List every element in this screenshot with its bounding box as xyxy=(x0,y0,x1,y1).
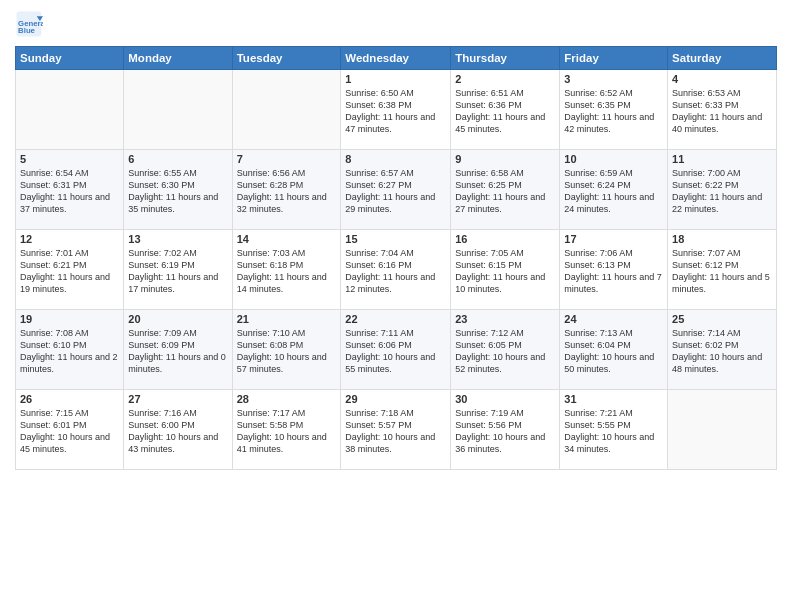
day-info: Sunrise: 7:19 AM Sunset: 5:56 PM Dayligh… xyxy=(455,407,555,456)
day-info: Sunrise: 7:05 AM Sunset: 6:15 PM Dayligh… xyxy=(455,247,555,296)
day-number: 5 xyxy=(20,153,119,165)
weekday-header: Wednesday xyxy=(341,47,451,70)
day-info: Sunrise: 7:10 AM Sunset: 6:08 PM Dayligh… xyxy=(237,327,337,376)
calendar-cell xyxy=(668,390,777,470)
calendar-cell: 13Sunrise: 7:02 AM Sunset: 6:19 PM Dayli… xyxy=(124,230,232,310)
calendar-cell: 10Sunrise: 6:59 AM Sunset: 6:24 PM Dayli… xyxy=(560,150,668,230)
day-number: 23 xyxy=(455,313,555,325)
day-info: Sunrise: 6:54 AM Sunset: 6:31 PM Dayligh… xyxy=(20,167,119,216)
calendar-cell: 12Sunrise: 7:01 AM Sunset: 6:21 PM Dayli… xyxy=(16,230,124,310)
calendar-cell: 21Sunrise: 7:10 AM Sunset: 6:08 PM Dayli… xyxy=(232,310,341,390)
calendar-cell: 22Sunrise: 7:11 AM Sunset: 6:06 PM Dayli… xyxy=(341,310,451,390)
day-info: Sunrise: 7:02 AM Sunset: 6:19 PM Dayligh… xyxy=(128,247,227,296)
day-number: 3 xyxy=(564,73,663,85)
day-info: Sunrise: 7:06 AM Sunset: 6:13 PM Dayligh… xyxy=(564,247,663,296)
day-number: 14 xyxy=(237,233,337,245)
header: General Blue xyxy=(15,10,777,38)
calendar-week-row: 12Sunrise: 7:01 AM Sunset: 6:21 PM Dayli… xyxy=(16,230,777,310)
day-number: 16 xyxy=(455,233,555,245)
day-info: Sunrise: 7:14 AM Sunset: 6:02 PM Dayligh… xyxy=(672,327,772,376)
calendar-cell: 23Sunrise: 7:12 AM Sunset: 6:05 PM Dayli… xyxy=(451,310,560,390)
calendar-week-row: 26Sunrise: 7:15 AM Sunset: 6:01 PM Dayli… xyxy=(16,390,777,470)
calendar-cell: 28Sunrise: 7:17 AM Sunset: 5:58 PM Dayli… xyxy=(232,390,341,470)
calendar-cell: 2Sunrise: 6:51 AM Sunset: 6:36 PM Daylig… xyxy=(451,70,560,150)
weekday-header: Sunday xyxy=(16,47,124,70)
calendar-header-row: SundayMondayTuesdayWednesdayThursdayFrid… xyxy=(16,47,777,70)
calendar-cell: 4Sunrise: 6:53 AM Sunset: 6:33 PM Daylig… xyxy=(668,70,777,150)
day-info: Sunrise: 7:07 AM Sunset: 6:12 PM Dayligh… xyxy=(672,247,772,296)
calendar-cell xyxy=(124,70,232,150)
day-info: Sunrise: 7:18 AM Sunset: 5:57 PM Dayligh… xyxy=(345,407,446,456)
day-number: 26 xyxy=(20,393,119,405)
calendar-cell: 11Sunrise: 7:00 AM Sunset: 6:22 PM Dayli… xyxy=(668,150,777,230)
day-number: 2 xyxy=(455,73,555,85)
calendar-cell: 26Sunrise: 7:15 AM Sunset: 6:01 PM Dayli… xyxy=(16,390,124,470)
calendar-cell: 15Sunrise: 7:04 AM Sunset: 6:16 PM Dayli… xyxy=(341,230,451,310)
calendar-cell: 9Sunrise: 6:58 AM Sunset: 6:25 PM Daylig… xyxy=(451,150,560,230)
day-number: 7 xyxy=(237,153,337,165)
weekday-header: Tuesday xyxy=(232,47,341,70)
day-info: Sunrise: 7:16 AM Sunset: 6:00 PM Dayligh… xyxy=(128,407,227,456)
day-info: Sunrise: 6:51 AM Sunset: 6:36 PM Dayligh… xyxy=(455,87,555,136)
day-number: 27 xyxy=(128,393,227,405)
calendar-cell: 1Sunrise: 6:50 AM Sunset: 6:38 PM Daylig… xyxy=(341,70,451,150)
weekday-header: Friday xyxy=(560,47,668,70)
day-info: Sunrise: 6:56 AM Sunset: 6:28 PM Dayligh… xyxy=(237,167,337,216)
day-number: 6 xyxy=(128,153,227,165)
svg-text:Blue: Blue xyxy=(18,26,36,35)
day-info: Sunrise: 7:21 AM Sunset: 5:55 PM Dayligh… xyxy=(564,407,663,456)
day-number: 15 xyxy=(345,233,446,245)
calendar-cell: 25Sunrise: 7:14 AM Sunset: 6:02 PM Dayli… xyxy=(668,310,777,390)
day-info: Sunrise: 7:03 AM Sunset: 6:18 PM Dayligh… xyxy=(237,247,337,296)
calendar-cell: 24Sunrise: 7:13 AM Sunset: 6:04 PM Dayli… xyxy=(560,310,668,390)
day-info: Sunrise: 6:55 AM Sunset: 6:30 PM Dayligh… xyxy=(128,167,227,216)
day-info: Sunrise: 6:59 AM Sunset: 6:24 PM Dayligh… xyxy=(564,167,663,216)
calendar-cell: 16Sunrise: 7:05 AM Sunset: 6:15 PM Dayli… xyxy=(451,230,560,310)
day-info: Sunrise: 7:13 AM Sunset: 6:04 PM Dayligh… xyxy=(564,327,663,376)
calendar-cell: 5Sunrise: 6:54 AM Sunset: 6:31 PM Daylig… xyxy=(16,150,124,230)
day-number: 17 xyxy=(564,233,663,245)
day-number: 19 xyxy=(20,313,119,325)
day-number: 30 xyxy=(455,393,555,405)
calendar-cell xyxy=(232,70,341,150)
calendar-cell: 19Sunrise: 7:08 AM Sunset: 6:10 PM Dayli… xyxy=(16,310,124,390)
day-number: 4 xyxy=(672,73,772,85)
calendar-cell: 14Sunrise: 7:03 AM Sunset: 6:18 PM Dayli… xyxy=(232,230,341,310)
day-number: 21 xyxy=(237,313,337,325)
calendar-cell: 7Sunrise: 6:56 AM Sunset: 6:28 PM Daylig… xyxy=(232,150,341,230)
calendar-cell: 8Sunrise: 6:57 AM Sunset: 6:27 PM Daylig… xyxy=(341,150,451,230)
day-info: Sunrise: 6:53 AM Sunset: 6:33 PM Dayligh… xyxy=(672,87,772,136)
day-number: 13 xyxy=(128,233,227,245)
calendar-cell: 31Sunrise: 7:21 AM Sunset: 5:55 PM Dayli… xyxy=(560,390,668,470)
day-info: Sunrise: 6:50 AM Sunset: 6:38 PM Dayligh… xyxy=(345,87,446,136)
day-number: 10 xyxy=(564,153,663,165)
calendar-cell: 29Sunrise: 7:18 AM Sunset: 5:57 PM Dayli… xyxy=(341,390,451,470)
day-info: Sunrise: 7:04 AM Sunset: 6:16 PM Dayligh… xyxy=(345,247,446,296)
calendar-week-row: 1Sunrise: 6:50 AM Sunset: 6:38 PM Daylig… xyxy=(16,70,777,150)
day-number: 24 xyxy=(564,313,663,325)
day-info: Sunrise: 7:09 AM Sunset: 6:09 PM Dayligh… xyxy=(128,327,227,376)
day-number: 18 xyxy=(672,233,772,245)
day-info: Sunrise: 6:52 AM Sunset: 6:35 PM Dayligh… xyxy=(564,87,663,136)
day-info: Sunrise: 7:11 AM Sunset: 6:06 PM Dayligh… xyxy=(345,327,446,376)
day-number: 9 xyxy=(455,153,555,165)
day-number: 1 xyxy=(345,73,446,85)
calendar-table: SundayMondayTuesdayWednesdayThursdayFrid… xyxy=(15,46,777,470)
day-number: 29 xyxy=(345,393,446,405)
calendar-cell: 27Sunrise: 7:16 AM Sunset: 6:00 PM Dayli… xyxy=(124,390,232,470)
calendar-cell: 3Sunrise: 6:52 AM Sunset: 6:35 PM Daylig… xyxy=(560,70,668,150)
day-number: 8 xyxy=(345,153,446,165)
calendar-cell xyxy=(16,70,124,150)
calendar-week-row: 5Sunrise: 6:54 AM Sunset: 6:31 PM Daylig… xyxy=(16,150,777,230)
main-container: General Blue SundayMondayTuesdayWednesda… xyxy=(0,0,792,475)
day-info: Sunrise: 7:00 AM Sunset: 6:22 PM Dayligh… xyxy=(672,167,772,216)
day-info: Sunrise: 7:01 AM Sunset: 6:21 PM Dayligh… xyxy=(20,247,119,296)
calendar-cell: 20Sunrise: 7:09 AM Sunset: 6:09 PM Dayli… xyxy=(124,310,232,390)
day-info: Sunrise: 7:17 AM Sunset: 5:58 PM Dayligh… xyxy=(237,407,337,456)
logo-icon: General Blue xyxy=(15,10,43,38)
day-info: Sunrise: 6:57 AM Sunset: 6:27 PM Dayligh… xyxy=(345,167,446,216)
logo: General Blue xyxy=(15,10,47,38)
calendar-cell: 6Sunrise: 6:55 AM Sunset: 6:30 PM Daylig… xyxy=(124,150,232,230)
day-number: 20 xyxy=(128,313,227,325)
weekday-header: Saturday xyxy=(668,47,777,70)
